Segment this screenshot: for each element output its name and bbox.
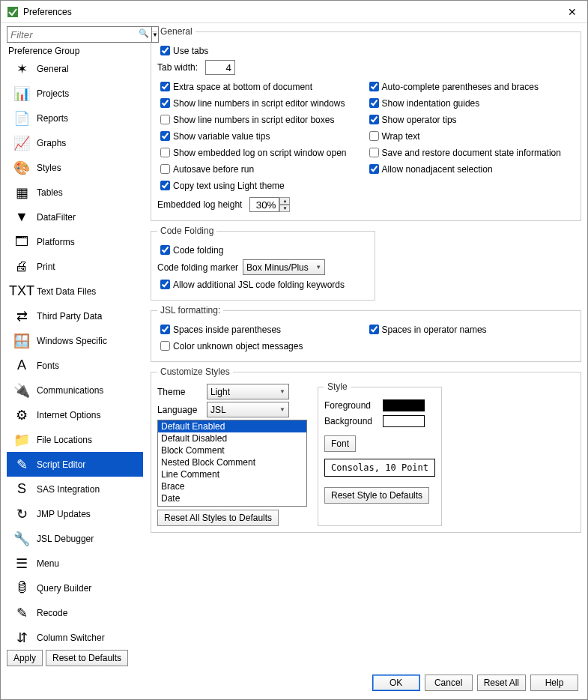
option-checkbox[interactable] xyxy=(369,98,379,108)
sidebar-item-file-locations[interactable]: 📁File Locations xyxy=(7,427,143,452)
spin-up[interactable]: ▲ xyxy=(279,197,290,205)
reset-all-styles-button[interactable]: Reset All Styles to Defaults xyxy=(157,510,279,526)
sidebar-item-label: JMP Updates xyxy=(37,509,91,519)
allow-keywords-checkbox[interactable] xyxy=(160,280,170,289)
option-checkbox[interactable] xyxy=(160,115,170,124)
sidebar-item-sas-integration[interactable]: SSAS Integration xyxy=(7,477,143,501)
ok-button[interactable]: OK xyxy=(372,675,420,691)
close-button[interactable]: ✕ xyxy=(563,6,581,18)
option-label: Autosave before run xyxy=(173,164,254,175)
sidebar-item-projects[interactable]: 📊Projects xyxy=(7,81,143,106)
sidebar-item-windows-specific[interactable]: 🪟Windows Specific xyxy=(7,328,143,353)
sidebar-item-internet-options[interactable]: ⚙Internet Options xyxy=(7,402,143,427)
option-checkbox[interactable] xyxy=(369,164,379,174)
spaces-parens-checkbox[interactable] xyxy=(160,325,170,334)
option-checkbox[interactable] xyxy=(369,82,379,91)
sidebar-item-datafilter[interactable]: ▼DataFilter xyxy=(7,205,143,229)
marker-combo[interactable]: Box Minus/Plus ▼ xyxy=(243,259,325,275)
language-combo[interactable]: JSL ▼ xyxy=(207,402,289,417)
option-checkbox[interactable] xyxy=(369,148,379,157)
color-unknown-checkbox[interactable] xyxy=(160,341,170,351)
embedded-log-input[interactable] xyxy=(249,197,279,212)
sidebar-item-jsl-debugger[interactable]: 🔧JSL Debugger xyxy=(7,526,143,551)
reset-style-button[interactable]: Reset Style to Defaults xyxy=(324,487,429,504)
option-checkbox[interactable] xyxy=(369,131,379,141)
chevron-down-icon: ▼ xyxy=(279,388,285,395)
style-item[interactable]: Date xyxy=(158,492,306,504)
style-item[interactable]: Block Comment xyxy=(158,444,306,456)
sidebar-item-jmp-updates[interactable]: ↻JMP Updates xyxy=(7,501,143,526)
sidebar-item-tables[interactable]: ▦Tables xyxy=(7,180,143,205)
filter-input[interactable] xyxy=(7,26,152,43)
styles-listbox[interactable]: Default EnabledDefault DisabledBlock Com… xyxy=(157,420,307,507)
background-label: Background xyxy=(324,416,378,426)
sidebar-item-label: Communications xyxy=(37,385,103,396)
sidebar-item-label: File Locations xyxy=(37,435,92,445)
style-item[interactable]: Brace xyxy=(158,480,306,492)
reset-all-button[interactable]: Reset All xyxy=(477,675,526,691)
use-tabs-checkbox[interactable] xyxy=(160,46,170,55)
foreground-swatch[interactable] xyxy=(383,399,425,411)
sidebar-item-communications[interactable]: 🔌Communications xyxy=(7,378,143,402)
sidebar-item-label: Platforms xyxy=(37,237,75,247)
sidebar-item-label: Menu xyxy=(37,558,59,569)
tab-width-input[interactable] xyxy=(205,60,235,75)
sidebar-item-script-editor[interactable]: ✎Script Editor xyxy=(7,452,143,477)
sidebar-item-text-data-files[interactable]: TXTText Data Files xyxy=(7,279,143,304)
sidebar-item-query-builder[interactable]: 🛢Query Builder xyxy=(7,576,143,600)
text-data-files-icon: TXT xyxy=(10,281,34,302)
sidebar-item-column-switcher[interactable]: ⇵Column Switcher xyxy=(7,625,143,647)
spaces-ops-checkbox[interactable] xyxy=(369,325,379,334)
background-swatch[interactable] xyxy=(383,415,425,427)
sidebar-item-label: Internet Options xyxy=(37,410,100,420)
jsl-formatting-group: JSL formatting: Spaces inside parenthese… xyxy=(151,305,581,362)
preference-group-list[interactable]: ✶General📊Projects📄Reports📈Graphs🎨Styles▦… xyxy=(7,56,143,647)
option-checkbox[interactable] xyxy=(160,164,170,174)
graphs-icon: 📈 xyxy=(10,133,34,154)
option-label: Show operator tips xyxy=(382,115,457,125)
sidebar-item-reports[interactable]: 📄Reports xyxy=(7,106,143,130)
option-checkbox[interactable] xyxy=(160,82,170,91)
code-folding-checkbox[interactable] xyxy=(160,245,170,255)
font-display: Consolas, 10 Point xyxy=(324,459,435,477)
option-label: Show indentation guides xyxy=(382,98,480,109)
sidebar-item-label: Print xyxy=(37,262,55,272)
help-button[interactable]: Help xyxy=(530,675,578,691)
theme-combo[interactable]: Light ▼ xyxy=(207,384,289,399)
window-title: Preferences xyxy=(23,7,563,17)
style-item[interactable]: Default Disabled xyxy=(158,432,306,444)
marker-value: Box Minus/Plus xyxy=(246,262,309,273)
option-checkbox[interactable] xyxy=(160,148,170,157)
sidebar-item-recode[interactable]: ✎Recode xyxy=(7,600,143,625)
sidebar-item-graphs[interactable]: 📈Graphs xyxy=(7,130,143,155)
internet-options-icon: ⚙ xyxy=(10,405,34,426)
reset-defaults-button[interactable]: Reset to Defaults xyxy=(46,650,128,666)
apply-button[interactable]: Apply xyxy=(7,650,43,666)
script-editor-icon: ✎ xyxy=(10,454,34,475)
cancel-button[interactable]: Cancel xyxy=(425,675,473,691)
option-label: Allow nonadjacent selection xyxy=(382,164,493,175)
option-checkbox[interactable] xyxy=(160,98,170,108)
style-group: Style Foreground Background Font Consola… xyxy=(318,381,442,526)
sidebar-item-label: Windows Specific xyxy=(37,336,107,346)
sidebar-item-label: Recode xyxy=(37,608,67,618)
style-item[interactable]: Nested Block Comment xyxy=(158,456,306,468)
sidebar-item-general[interactable]: ✶General xyxy=(7,56,143,81)
sidebar-item-print[interactable]: 🖨Print xyxy=(7,254,143,279)
sidebar-item-styles[interactable]: 🎨Styles xyxy=(7,155,143,180)
spin-down[interactable]: ▼ xyxy=(279,205,290,212)
sidebar-item-fonts[interactable]: AFonts xyxy=(7,353,143,378)
font-button[interactable]: Font xyxy=(324,435,356,452)
sidebar-item-platforms[interactable]: 🗔Platforms xyxy=(7,229,143,254)
platforms-icon: 🗔 xyxy=(10,232,34,253)
tables-icon: ▦ xyxy=(10,182,34,203)
option-checkbox[interactable] xyxy=(160,131,170,141)
sidebar-item-label: Column Switcher xyxy=(37,633,105,643)
sidebar-item-third-party-data[interactable]: ⇄Third Party Data xyxy=(7,304,143,328)
style-item[interactable]: Default Enabled xyxy=(158,420,306,432)
sidebar-item-menu[interactable]: ☰Menu xyxy=(7,551,143,576)
sidebar-item-label: Query Builder xyxy=(37,583,91,594)
option-checkbox[interactable] xyxy=(160,181,170,190)
style-item[interactable]: Line Comment xyxy=(158,468,306,480)
option-checkbox[interactable] xyxy=(369,115,379,124)
